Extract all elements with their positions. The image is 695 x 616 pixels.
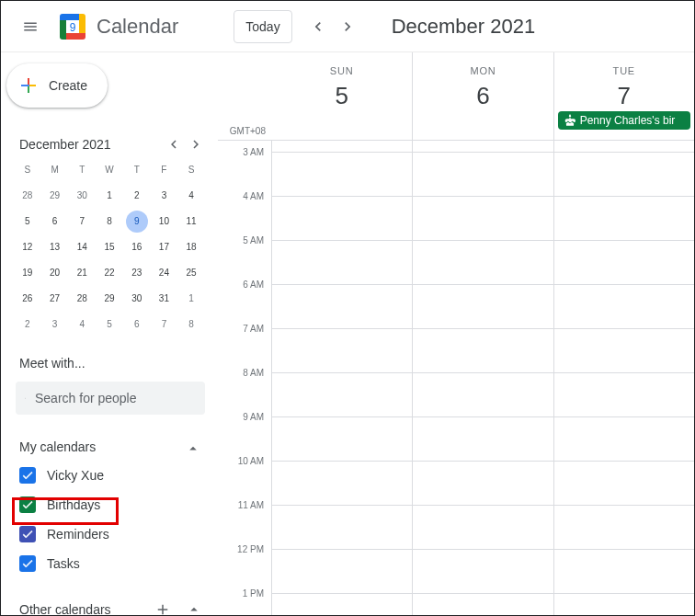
svg-rect-2 [28, 78, 29, 85]
mini-day-cell[interactable]: 30 [123, 288, 151, 314]
mini-calendar-dow: SMTWTFS [1, 155, 218, 179]
mini-day-cell[interactable]: 21 [68, 262, 96, 288]
mini-day-cell[interactable]: 3 [151, 185, 178, 211]
mini-day-cell[interactable]: 18 [177, 236, 205, 262]
allday-row[interactable]: Penny Charles's bir [554, 110, 694, 132]
mini-day-cell[interactable]: 4 [177, 185, 205, 211]
day-column-header[interactable]: TUE7Penny Charles's bir [553, 52, 694, 140]
plus-icon [17, 74, 40, 97]
allday-row[interactable] [271, 110, 412, 132]
mini-day-cell[interactable]: 6 [41, 211, 69, 236]
mini-day-cell[interactable]: 12 [14, 236, 41, 262]
mini-day-cell[interactable]: 29 [41, 185, 69, 211]
mini-day-cell[interactable]: 2 [123, 185, 151, 211]
mini-day-cell[interactable]: 9 [123, 211, 151, 236]
mini-day-cell[interactable]: 3 [41, 314, 69, 339]
mini-dow-label: F [151, 161, 178, 179]
mini-day-cell[interactable]: 5 [96, 314, 123, 339]
add-other-calendar-button[interactable] [150, 597, 176, 615]
mini-day-cell[interactable]: 22 [96, 262, 123, 288]
mini-prev-button[interactable] [163, 133, 185, 155]
other-calendars-toggle[interactable] [181, 597, 207, 615]
mini-day-cell[interactable]: 2 [14, 314, 41, 339]
day-of-week-label: SUN [271, 65, 412, 76]
people-icon [25, 388, 26, 408]
mini-day-cell[interactable]: 6 [123, 314, 151, 339]
mini-day-cell[interactable]: 27 [41, 288, 69, 314]
mini-dow-label: S [14, 161, 41, 179]
search-people-input[interactable] [35, 391, 196, 405]
mini-day-cell[interactable]: 11 [177, 211, 205, 236]
mini-day-cell[interactable]: 16 [123, 236, 151, 262]
mini-day-cell[interactable]: 7 [151, 314, 178, 339]
mini-day-cell[interactable]: 13 [41, 236, 69, 262]
calendar-item[interactable]: Vicky Xue [1, 461, 218, 490]
allday-row[interactable] [413, 110, 553, 132]
mini-day-cell[interactable]: 15 [96, 236, 123, 262]
mini-day-cell[interactable]: 28 [68, 288, 96, 314]
time-column[interactable] [553, 141, 694, 615]
my-calendars-toggle[interactable]: My calendars [1, 415, 218, 461]
hour-label: 6 AM [218, 279, 271, 324]
mini-day-cell[interactable]: 20 [41, 262, 69, 288]
mini-day-cell[interactable]: 8 [177, 314, 205, 339]
svg-rect-4 [28, 86, 29, 93]
mini-day-cell[interactable]: 24 [151, 262, 178, 288]
calendar-item[interactable]: Birthdays [1, 490, 218, 519]
mini-day-cell[interactable]: 28 [14, 185, 41, 211]
next-period-button[interactable] [333, 12, 362, 41]
svg-rect-5 [21, 85, 28, 86]
day-number: 6 [413, 82, 553, 110]
hour-label: 8 AM [218, 368, 271, 412]
mini-day-cell[interactable]: 30 [68, 185, 96, 211]
mini-day-cell[interactable]: 10 [151, 211, 178, 236]
mini-day-cell[interactable]: 29 [96, 288, 123, 314]
mini-day-cell[interactable]: 1 [177, 288, 205, 314]
hour-gutter: 3 AM4 AM5 AM6 AM7 AM8 AM9 AM10 AM11 AM12… [218, 141, 271, 615]
calendar-checkbox[interactable] [19, 555, 36, 572]
mini-day-cell[interactable]: 31 [151, 288, 178, 314]
app-logo[interactable]: 9 Calendar [56, 10, 178, 43]
prev-period-button[interactable] [303, 12, 333, 41]
time-column[interactable] [412, 141, 553, 615]
time-grid-columns[interactable] [271, 141, 694, 615]
svg-rect-3 [29, 85, 36, 86]
mini-day-cell[interactable]: 26 [14, 288, 41, 314]
calendar-label: Vicky Xue [47, 468, 104, 483]
mini-day-cell[interactable]: 14 [68, 236, 96, 262]
hour-label: 3 AM [218, 147, 271, 191]
mini-next-button[interactable] [185, 133, 207, 155]
mini-day-cell[interactable]: 7 [68, 211, 96, 236]
calendar-item[interactable]: Reminders [1, 519, 218, 549]
hour-label: 11 AM [218, 500, 271, 544]
meet-with-title: Meet with... [1, 339, 218, 378]
mini-day-cell[interactable]: 8 [96, 211, 123, 236]
search-people-box[interactable] [16, 382, 205, 415]
calendar-grid: GMT+08 SUN5MON6TUE7Penny Charles's bir 3… [218, 52, 694, 615]
hour-label: 4 AM [218, 191, 271, 235]
mini-day-cell[interactable]: 1 [96, 185, 123, 211]
calendar-checkbox[interactable] [19, 467, 36, 484]
calendar-item[interactable]: Tasks [1, 549, 218, 578]
calendar-checkbox[interactable] [19, 526, 36, 542]
calendar-label: Birthdays [47, 497, 100, 512]
day-column-header[interactable]: MON6 [412, 52, 553, 140]
today-button[interactable]: Today [234, 10, 291, 43]
create-button[interactable]: Create [6, 63, 108, 108]
calendar-checkbox[interactable] [19, 496, 36, 513]
mini-day-cell[interactable]: 17 [151, 236, 178, 262]
mini-day-cell[interactable]: 25 [177, 262, 205, 288]
mini-day-cell[interactable]: 5 [14, 211, 41, 236]
event-chip[interactable]: Penny Charles's bir [558, 111, 690, 130]
mini-day-cell[interactable]: 19 [14, 262, 41, 288]
mini-dow-label: S [177, 161, 205, 179]
day-column-header[interactable]: SUN5 [271, 52, 412, 140]
day-of-week-label: MON [413, 65, 553, 76]
mini-day-cell[interactable]: 23 [123, 262, 151, 288]
mini-dow-label: W [96, 161, 123, 179]
menu-icon[interactable] [8, 5, 52, 49]
mini-calendar-header: December 2021 [1, 128, 218, 155]
mini-day-cell[interactable]: 4 [68, 314, 96, 339]
mini-dow-label: M [41, 161, 69, 179]
time-column[interactable] [271, 141, 412, 615]
